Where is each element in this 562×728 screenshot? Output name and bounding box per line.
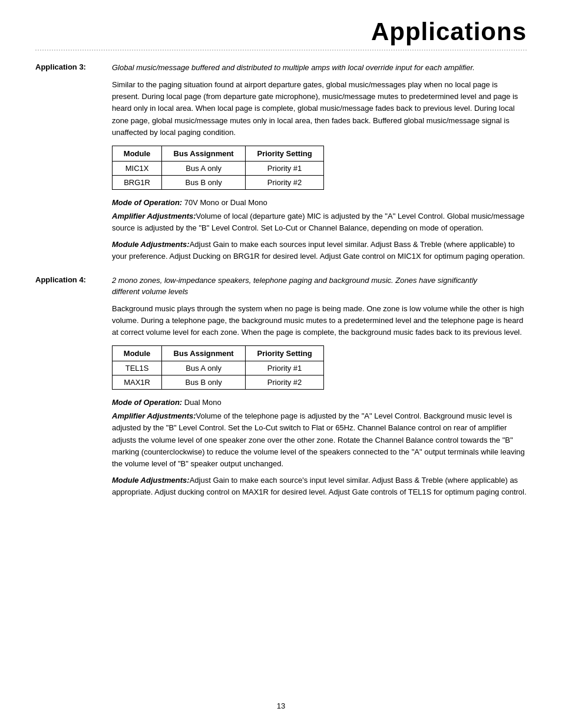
- app4-amp-label: Amplifier Adjustments:: [112, 411, 196, 420]
- app3-label: Application 3:: [35, 62, 112, 71]
- table-row: MAX1R Bus B only Priority #2: [113, 375, 324, 390]
- page-header: Applications: [35, 18, 527, 51]
- app4-amp-para: Amplifier Adjustments:Volume of the tele…: [112, 410, 527, 470]
- app3-mode-value: 70V Mono or Dual Mono: [182, 198, 267, 207]
- app4-table: Module Bus Assignment Priority Setting T…: [112, 345, 324, 390]
- cell-bus: Bus B only: [162, 175, 246, 189]
- app3-mode-label: Mode of Operation:: [112, 198, 182, 207]
- app4-subtitle-line2: different volume levels: [112, 287, 188, 296]
- col-bus: Bus Assignment: [162, 146, 246, 161]
- table-header-row: Module Bus Assignment Priority Setting: [113, 346, 324, 361]
- cell-priority: Priority #1: [246, 361, 324, 375]
- cell-module: MIC1X: [113, 161, 162, 175]
- cell-module: BRG1R: [113, 175, 162, 189]
- application-4-block: Application 4: 2 mono zones, low-impedan…: [35, 275, 527, 498]
- app3-mode: Mode of Operation: 70V Mono or Dual Mono: [112, 198, 527, 207]
- app4-heading: Application 4: 2 mono zones, low-impedan…: [35, 275, 527, 297]
- col-module: Module: [113, 346, 162, 361]
- app4-body: Background music plays through the syste…: [112, 303, 527, 338]
- table-header-row: Module Bus Assignment Priority Setting: [113, 146, 324, 161]
- app4-subtitle-line1: 2 mono zones, low-impedance speakers, te…: [112, 276, 477, 285]
- app4-table-wrapper: Module Bus Assignment Priority Setting T…: [112, 345, 527, 390]
- cell-priority: Priority #2: [246, 375, 324, 390]
- app3-table-wrapper: Module Bus Assignment Priority Setting M…: [112, 146, 527, 190]
- page: Applications Application 3: Global music…: [0, 0, 562, 728]
- app4-label: Application 4:: [35, 275, 112, 284]
- cell-priority: Priority #2: [246, 175, 324, 189]
- table-row: BRG1R Bus B only Priority #2: [113, 175, 324, 189]
- col-bus: Bus Assignment: [162, 346, 246, 361]
- page-footer: 13: [0, 701, 562, 710]
- app3-module-para: Module Adjustments:Adjust Gain to make e…: [112, 239, 527, 262]
- app3-subtitle: Global music/message buffered and distri…: [112, 62, 475, 73]
- col-module: Module: [113, 146, 162, 161]
- cell-module: MAX1R: [113, 375, 162, 390]
- cell-priority: Priority #1: [246, 161, 324, 175]
- page-number: 13: [277, 701, 285, 710]
- table-row: TEL1S Bus A only Priority #1: [113, 361, 324, 375]
- app3-amp-label: Amplifier Adjustments:: [112, 212, 196, 220]
- app4-subtitle: 2 mono zones, low-impedance speakers, te…: [112, 275, 477, 297]
- app4-module-label: Module Adjustments:: [112, 476, 190, 485]
- cell-module: TEL1S: [113, 361, 162, 375]
- app4-mode: Mode of Operation: Dual Mono: [112, 398, 527, 407]
- col-priority: Priority Setting: [246, 146, 324, 161]
- cell-bus: Bus A only: [162, 361, 246, 375]
- app4-module-para: Module Adjustments:Adjust Gain to make e…: [112, 475, 527, 498]
- app3-amp-para: Amplifier Adjustments:Volume of local (d…: [112, 210, 527, 234]
- app3-heading: Application 3: Global music/message buff…: [35, 62, 527, 73]
- table-row: MIC1X Bus A only Priority #1: [113, 161, 324, 175]
- cell-bus: Bus A only: [162, 161, 246, 175]
- app3-module-label: Module Adjustments:: [112, 240, 190, 249]
- app4-mode-value: Dual Mono: [182, 398, 221, 407]
- app3-table: Module Bus Assignment Priority Setting M…: [112, 146, 324, 190]
- col-priority: Priority Setting: [246, 346, 324, 361]
- application-3-block: Application 3: Global music/message buff…: [35, 62, 527, 262]
- app4-mode-label: Mode of Operation:: [112, 398, 182, 407]
- cell-bus: Bus B only: [162, 375, 246, 390]
- app3-body: Similar to the paging situation found at…: [112, 79, 527, 139]
- page-title: Applications: [371, 18, 527, 46]
